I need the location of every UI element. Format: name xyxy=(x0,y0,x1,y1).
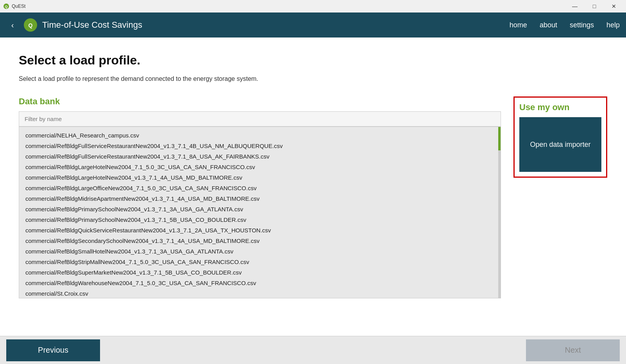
list-item[interactable]: commercial/NELHA_Research_campus.csv xyxy=(19,130,501,141)
nav-bar: ‹ Q Time-of-Use Cost Savings home about … xyxy=(0,12,626,37)
nav-settings[interactable]: settings xyxy=(570,21,594,29)
list-item[interactable]: commercial/RefBldgFullServiceRestaurantN… xyxy=(19,151,501,162)
data-bank-title: Data bank xyxy=(19,96,501,107)
filter-input[interactable] xyxy=(19,111,501,127)
data-bank-section: Data bank commercial/NELHA_Research_camp… xyxy=(19,96,501,298)
nav-title: Time-of-Use Cost Savings xyxy=(42,20,505,30)
page-title: Select a load profile. xyxy=(19,53,607,68)
list-item[interactable]: commercial/RefBldgLargeHotelNew2004_7.1_… xyxy=(19,162,501,172)
previous-button[interactable]: Previous xyxy=(6,339,100,361)
title-bar-controls: — □ ✕ xyxy=(566,0,623,12)
scroll-thumb xyxy=(498,127,501,150)
close-button[interactable]: ✕ xyxy=(605,0,623,12)
app-icon: Q xyxy=(3,3,9,9)
list-item[interactable]: commercial/RefBldgLargeHotelNew2004_v1.3… xyxy=(19,172,501,183)
content-row: Data bank commercial/NELHA_Research_camp… xyxy=(19,96,607,298)
list-item[interactable]: commercial/RefBldgStripMallNew2004_7.1_5… xyxy=(19,257,501,267)
nav-help[interactable]: help xyxy=(606,21,620,29)
quest-logo: Q xyxy=(23,18,38,32)
next-button: Next xyxy=(526,339,620,361)
app-title: QuESt xyxy=(12,4,25,9)
main-content: Select a load profile. Select a load pro… xyxy=(0,37,626,336)
maximize-button[interactable]: □ xyxy=(585,0,603,12)
list-item[interactable]: commercial/RefBldgLargeOfficeNew2004_7.1… xyxy=(19,183,501,193)
svg-text:Q: Q xyxy=(29,22,33,29)
nav-home[interactable]: home xyxy=(510,21,527,29)
back-icon: ‹ xyxy=(11,21,14,30)
use-own-title: Use my own xyxy=(519,102,601,112)
list-item[interactable]: commercial/RefBldgSecondarySchoolNew2004… xyxy=(19,236,501,246)
title-bar: Q QuESt — □ ✕ xyxy=(0,0,626,12)
list-item[interactable]: commercial/RefBldgQuickServiceRestaurant… xyxy=(19,225,501,236)
nav-links: home about settings help xyxy=(510,21,620,29)
use-own-section: Use my own Open data importer xyxy=(513,96,607,178)
open-importer-button[interactable]: Open data importer xyxy=(519,117,601,172)
file-list[interactable]: commercial/NELHA_Research_campus.csvcomm… xyxy=(19,127,501,298)
list-item[interactable]: commercial/RefBldgSmallHotelNew2004_v1.3… xyxy=(19,246,501,257)
list-item[interactable]: commercial/RefBldgPrimarySchoolNew2004_v… xyxy=(19,204,501,214)
list-item[interactable]: commercial/St.Croix.csv xyxy=(19,288,501,298)
list-item[interactable]: commercial/RefBldgSuperMarketNew2004_v1.… xyxy=(19,267,501,278)
list-item[interactable]: commercial/RefBldgPrimarySchoolNew2004_v… xyxy=(19,214,501,225)
minimize-button[interactable]: — xyxy=(566,0,584,12)
bottom-bar: Previous Next xyxy=(0,336,626,364)
title-bar-left: Q QuESt xyxy=(3,3,25,9)
list-item[interactable]: commercial/RefBldgWarehouseNew2004_7.1_5… xyxy=(19,278,501,288)
svg-text:Q: Q xyxy=(5,5,7,9)
list-item[interactable]: commercial/RefBldgMidriseApartmentNew200… xyxy=(19,193,501,204)
page-description: Select a load profile to represent the d… xyxy=(19,75,607,82)
nav-about[interactable]: about xyxy=(540,21,557,29)
back-button[interactable]: ‹ xyxy=(6,19,19,31)
list-item[interactable]: commercial/RefBldgFullServiceRestaurantN… xyxy=(19,141,501,151)
scroll-indicator xyxy=(498,127,501,298)
